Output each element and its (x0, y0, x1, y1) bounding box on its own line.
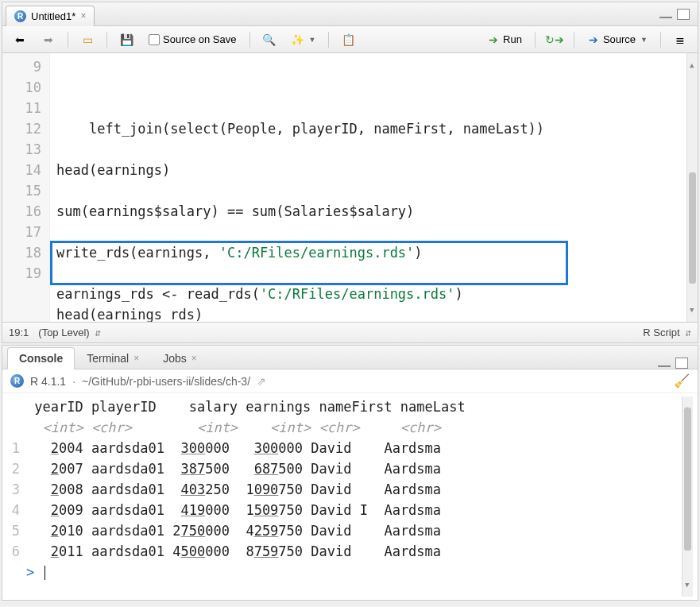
scope-selector[interactable]: (Top Level) ⇵ (38, 327, 101, 338)
show-in-new-window-button[interactable]: ▭ (76, 32, 99, 48)
editor-scrollbar[interactable]: ▲ ▼ (686, 53, 698, 322)
goto-wd-icon[interactable]: ⇗ (257, 375, 266, 388)
close-icon[interactable]: × (191, 353, 197, 364)
compile-report-button[interactable]: 📋 (337, 32, 359, 48)
save-button[interactable]: 💾 (115, 32, 137, 48)
popout-icon: ▭ (81, 33, 94, 46)
minimize-icon[interactable] (658, 365, 671, 367)
pane-window-controls (659, 9, 694, 20)
rerun-icon: ↻➔ (548, 33, 561, 46)
forward-button[interactable]: ➡ (37, 32, 60, 48)
run-button[interactable]: ➔ Run (482, 32, 527, 48)
r-file-icon: R (14, 10, 26, 22)
rerun-button[interactable]: ↻➔ (543, 32, 566, 48)
console-scrollbar[interactable]: ▲ ▼ (682, 396, 693, 597)
close-icon[interactable]: × (80, 10, 86, 21)
notebook-icon: 📋 (342, 33, 354, 46)
code-tools-button[interactable]: ✨▼ (287, 32, 321, 48)
search-icon: 🔍 (263, 33, 276, 46)
tab-console[interactable]: Console (7, 347, 75, 369)
arrow-left-icon: ⬅ (14, 33, 26, 46)
source-arrow-icon: ➔ (587, 33, 600, 46)
source-statusbar: 19:1 (Top Level) ⇵ R Script ⇵ (2, 322, 698, 342)
console-output[interactable]: 1 2 3 4 5 6 yearID playerID salary earni… (2, 393, 698, 600)
code-area[interactable]: left_join(select(People, playerID, nameF… (50, 53, 686, 322)
console-pane: Console Terminal× Jobs× R R 4.1.1 · ~/Gi… (2, 345, 698, 601)
source-tabbar: R Untitled1* × (2, 2, 698, 26)
source-tab-untitled[interactable]: R Untitled1* × (6, 6, 95, 26)
r-version-label: R 4.1.1 (30, 375, 66, 388)
maximize-icon[interactable] (675, 358, 688, 369)
outline-icon: ≣ (674, 33, 686, 46)
source-button[interactable]: ➔ Source ▼ (582, 32, 652, 48)
tab-jobs[interactable]: Jobs× (151, 346, 209, 369)
run-arrow-icon: ➔ (487, 33, 500, 46)
maximize-icon[interactable] (677, 9, 690, 20)
source-pane: R Untitled1* × ⬅ ➡ ▭ 💾 Source on Save 🔍 … (2, 2, 698, 343)
source-on-save-label: Source on Save (163, 33, 237, 45)
console-info-bar: R R 4.1.1 · ~/GitHub/r-pbi-users-ii/slid… (2, 369, 698, 393)
wand-icon: ✨ (292, 33, 304, 46)
outline-button[interactable]: ≣ (669, 32, 691, 48)
clear-console-icon[interactable]: 🧹 (674, 373, 690, 389)
run-label: Run (503, 33, 522, 45)
close-icon[interactable]: × (133, 353, 139, 364)
find-button[interactable]: 🔍 (258, 32, 280, 48)
back-button[interactable]: ⬅ (9, 32, 31, 48)
tab-terminal[interactable]: Terminal× (75, 346, 151, 369)
r-logo-icon: R (10, 374, 24, 388)
cursor-position: 19:1 (9, 327, 29, 338)
arrow-right-icon: ➡ (42, 33, 55, 46)
pane-window-controls (658, 358, 693, 369)
checkbox-icon (149, 34, 160, 45)
line-number-gutter: 910111213141516171819 (2, 53, 50, 322)
working-directory[interactable]: ~/GitHub/r-pbi-users-ii/slides/ch-3/ (82, 375, 250, 388)
source-toolbar: ⬅ ➡ ▭ 💾 Source on Save 🔍 ✨▼ 📋 ➔ Run ↻➔ ➔… (2, 26, 698, 53)
console-tabbar: Console Terminal× Jobs× (2, 346, 698, 369)
filetype-selector[interactable]: R Script ⇵ (643, 327, 691, 338)
source-tab-label: Untitled1* (31, 10, 75, 22)
code-editor[interactable]: 910111213141516171819 left_join(select(P… (2, 53, 698, 322)
source-label: Source (603, 33, 636, 45)
source-on-save-toggle[interactable]: Source on Save (144, 32, 242, 47)
minimize-icon[interactable] (659, 17, 672, 18)
save-icon: 💾 (120, 33, 133, 46)
